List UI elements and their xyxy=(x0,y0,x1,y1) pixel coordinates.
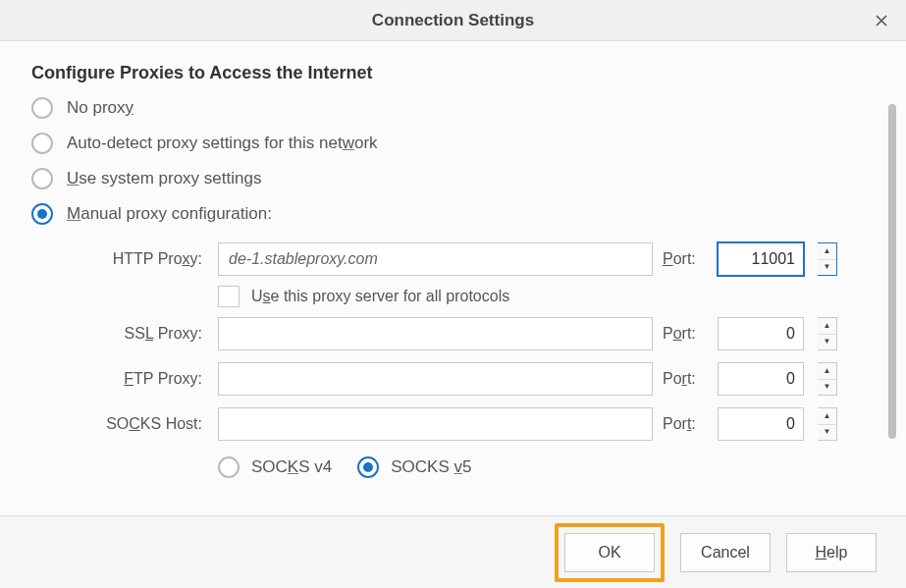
dialog-footer: OK Cancel Help xyxy=(0,515,906,588)
ssl-port-label: Port: xyxy=(663,325,708,343)
socks-v4[interactable]: SOCKS v4 xyxy=(218,456,332,478)
dialog-body: Configure Proxies to Access the Internet… xyxy=(0,41,906,515)
ftp-port-spinner[interactable]: ▲ ▼ xyxy=(818,362,837,396)
http-proxy-input[interactable] xyxy=(218,242,653,276)
radio-label: Auto-detect proxy settings for this netw… xyxy=(67,134,378,153)
close-button[interactable] xyxy=(871,10,892,31)
radio-label: Manual proxy configuration: xyxy=(67,204,272,224)
socks-port-input[interactable] xyxy=(718,407,804,441)
socks-port-spinner[interactable]: ▲ ▼ xyxy=(818,407,837,441)
use-for-all-label: Use this proxy server for all protocols xyxy=(251,288,509,305)
ssl-proxy-input[interactable] xyxy=(218,317,653,350)
radio-icon xyxy=(31,168,53,189)
radio-label: Use system proxy settings xyxy=(67,169,261,188)
connection-settings-window: Connection Settings Configure Proxies to… xyxy=(0,0,906,588)
http-port-label: Port: xyxy=(663,250,708,268)
radio-label: SOCKS v4 xyxy=(251,457,332,477)
proxy-mode-system[interactable]: Use system proxy settings xyxy=(31,168,882,189)
radio-icon xyxy=(31,97,53,119)
proxy-mode-auto-detect[interactable]: Auto-detect proxy settings for this netw… xyxy=(31,133,882,154)
cancel-button[interactable]: Cancel xyxy=(680,533,771,572)
close-icon xyxy=(876,15,887,27)
ssl-proxy-label: SSL Proxy: xyxy=(73,325,208,343)
window-title: Connection Settings xyxy=(372,11,534,30)
spinner-up-icon[interactable]: ▲ xyxy=(818,408,836,425)
socks-version-group: SOCKS v4 SOCKS v5 xyxy=(218,456,839,478)
http-proxy-label: HTTP Proxy: xyxy=(73,250,208,268)
titlebar: Connection Settings xyxy=(0,0,906,41)
radio-icon xyxy=(31,133,53,154)
ftp-proxy-input[interactable] xyxy=(218,362,653,396)
use-for-all-row[interactable]: Use this proxy server for all protocols xyxy=(218,286,839,307)
spinner-down-icon[interactable]: ▼ xyxy=(818,380,836,396)
ssl-port-input[interactable] xyxy=(718,317,804,350)
radio-label: No proxy xyxy=(67,98,133,118)
ok-highlight: OK xyxy=(555,523,665,582)
proxy-mode-manual[interactable]: Manual proxy configuration: xyxy=(31,203,882,225)
ok-button[interactable]: OK xyxy=(564,533,655,572)
socks-port-label: Port: xyxy=(663,415,708,433)
radio-label: SOCKS v5 xyxy=(391,457,471,477)
http-port-spinner[interactable]: ▲ ▼ xyxy=(818,242,837,276)
spinner-down-icon[interactable]: ▼ xyxy=(818,260,836,276)
ftp-port-input[interactable] xyxy=(718,362,804,396)
radio-icon xyxy=(31,203,53,225)
spinner-down-icon[interactable]: ▼ xyxy=(818,335,836,350)
proxy-mode-no-proxy[interactable]: No proxy xyxy=(31,97,882,119)
proxy-form: HTTP Proxy: Port: ▲ ▼ Use this proxy ser… xyxy=(29,242,882,478)
section-heading: Configure Proxies to Access the Internet xyxy=(29,63,882,83)
ssl-port-spinner[interactable]: ▲ ▼ xyxy=(818,317,837,350)
spinner-up-icon[interactable]: ▲ xyxy=(818,363,836,380)
proxy-mode-group: No proxy Auto-detect proxy settings for … xyxy=(29,97,882,225)
socks-host-input[interactable] xyxy=(218,407,653,441)
spinner-up-icon[interactable]: ▲ xyxy=(818,318,836,335)
help-button[interactable]: Help xyxy=(786,533,877,572)
scrollbar[interactable] xyxy=(888,104,896,439)
radio-icon xyxy=(218,456,240,478)
checkbox-icon xyxy=(218,286,240,307)
socks-host-label: SOCKS Host: xyxy=(73,415,208,433)
socks-v5[interactable]: SOCKS v5 xyxy=(357,456,471,478)
http-port-input[interactable] xyxy=(718,242,804,276)
spinner-down-icon[interactable]: ▼ xyxy=(818,425,836,441)
radio-icon xyxy=(357,456,379,478)
ftp-proxy-label: FTP Proxy: xyxy=(73,370,208,388)
spinner-up-icon[interactable]: ▲ xyxy=(818,243,836,260)
ftp-port-label: Port: xyxy=(663,370,708,388)
